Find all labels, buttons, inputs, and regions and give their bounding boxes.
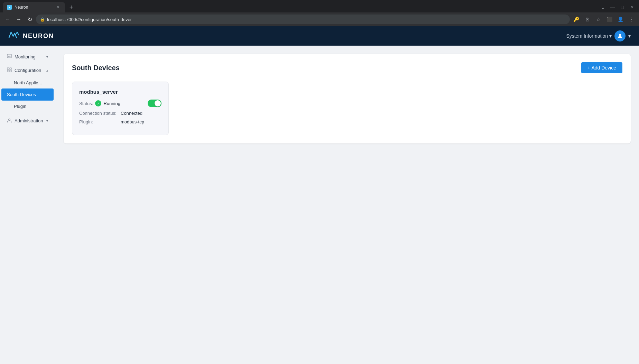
bookmark-icon[interactable]: ☆ <box>593 15 603 24</box>
content-card: South Devices + Add Device modbus_server… <box>64 54 631 143</box>
user-avatar[interactable] <box>614 30 626 41</box>
browser-chrome: ♦ Neuron × + ⌄ — □ × ← → ↻ 🔒 localhost:7… <box>0 0 639 26</box>
tab-bar: ♦ Neuron × + ⌄ — □ × <box>0 0 639 12</box>
address-bar[interactable]: 🔒 localhost:7000/#/configuration/south-d… <box>36 15 570 24</box>
plugin-label: Plugin <box>14 104 26 109</box>
svg-rect-5 <box>10 70 11 72</box>
logo-text: NEURON <box>23 32 54 40</box>
extensions-icon[interactable]: ⋮ <box>627 15 636 24</box>
app-wrapper: NEURON System Information ▾ ▾ <box>0 26 639 364</box>
address-bar-actions: 🔑 ⎘ ☆ ⬛ 👤 ⋮ <box>571 15 636 24</box>
connection-label: Connection status: <box>79 111 121 116</box>
window-controls: ⌄ — □ × <box>599 3 636 11</box>
plugin-value: modbus-tcp <box>121 119 144 124</box>
share-icon[interactable]: ⎘ <box>582 15 592 24</box>
tab-favicon: ♦ <box>7 5 12 10</box>
restore-button[interactable]: □ <box>618 3 627 11</box>
security-icon: 🔒 <box>40 17 45 22</box>
svg-rect-4 <box>7 70 9 72</box>
forward-button[interactable]: → <box>14 15 24 24</box>
device-name: modbus_server <box>79 89 161 95</box>
app-header: NEURON System Information ▾ ▾ <box>0 26 639 46</box>
sidebar-item-monitoring[interactable]: Monitoring ▾ <box>1 50 54 63</box>
password-icon: 🔑 <box>571 15 581 24</box>
page-header: South Devices + Add Device <box>72 62 622 73</box>
system-info-label: System Information <box>566 33 608 39</box>
svg-point-0 <box>619 34 621 36</box>
url-text: localhost:7000/#/configuration/south-dri… <box>47 17 132 22</box>
sidebar-item-north-applic[interactable]: North Applic… <box>1 77 54 88</box>
window-close-button[interactable]: × <box>628 3 636 11</box>
configuration-chevron: ▴ <box>46 68 48 72</box>
device-list: modbus_server Status: ✓ Running <box>72 82 622 135</box>
connection-value: Connected <box>121 111 142 116</box>
address-bar-row: ← → ↻ 🔒 localhost:7000/#/configuration/s… <box>0 12 639 26</box>
status-value: Running <box>103 101 120 106</box>
sidebar-item-plugin[interactable]: Plugin <box>1 101 54 112</box>
page-title: South Devices <box>72 64 120 72</box>
connection-field: Connection status: Connected <box>79 111 161 116</box>
svg-rect-3 <box>10 68 11 69</box>
reload-button[interactable]: ↻ <box>25 15 35 24</box>
active-tab[interactable]: ♦ Neuron × <box>3 2 65 12</box>
device-card: modbus_server Status: ✓ Running <box>72 82 169 135</box>
administration-label: Administration <box>15 118 44 123</box>
tab-title: Neuron <box>15 5 28 10</box>
south-devices-label: South Devices <box>7 92 48 97</box>
monitoring-icon <box>7 54 12 60</box>
configuration-label: Configuration <box>15 68 44 73</box>
status-check-icon: ✓ <box>95 100 101 106</box>
back-button[interactable]: ← <box>3 15 12 24</box>
device-toggle[interactable] <box>148 100 161 107</box>
logo-icon <box>8 30 19 42</box>
administration-icon <box>7 118 12 124</box>
north-applic-label: North Applic… <box>14 80 43 85</box>
page-content: South Devices + Add Device modbus_server… <box>55 46 639 364</box>
sidebar-item-south-devices[interactable]: South Devices <box>1 88 54 101</box>
media-router-icon[interactable]: ⬛ <box>604 15 614 24</box>
sidebar-item-configuration[interactable]: Configuration ▴ <box>1 64 54 77</box>
plugin-label: Plugin: <box>79 119 121 124</box>
sidebar: Monitoring ▾ Configuration ▴ Nor <box>0 46 55 364</box>
main-layout: Monitoring ▾ Configuration ▴ Nor <box>0 46 639 364</box>
status-row: Status: ✓ Running <box>79 100 161 107</box>
system-info-button[interactable]: System Information ▾ <box>566 33 612 39</box>
sidebar-item-administration[interactable]: Administration ▾ <box>1 114 54 127</box>
monitoring-label: Monitoring <box>15 54 44 59</box>
system-info-chevron: ▾ <box>609 33 612 39</box>
tab-close-button[interactable]: × <box>55 4 61 10</box>
header-right: System Information ▾ ▾ <box>566 30 631 41</box>
minimize-button[interactable]: — <box>609 3 617 11</box>
status-left: Status: ✓ Running <box>79 100 120 106</box>
plugin-field: Plugin: modbus-tcp <box>79 119 161 124</box>
add-device-button[interactable]: + Add Device <box>581 62 622 73</box>
new-tab-button[interactable]: + <box>66 2 76 12</box>
status-label: Status: <box>79 101 93 106</box>
svg-rect-1 <box>7 54 11 58</box>
configuration-icon <box>7 67 12 73</box>
svg-point-6 <box>9 119 10 121</box>
collapse-button[interactable]: ⌄ <box>599 3 607 11</box>
svg-rect-2 <box>7 68 9 69</box>
profile-icon[interactable]: 👤 <box>615 15 625 24</box>
app-logo: NEURON <box>8 30 54 42</box>
monitoring-chevron: ▾ <box>46 55 48 59</box>
user-dropdown-chevron[interactable]: ▾ <box>628 33 631 39</box>
administration-chevron: ▾ <box>46 119 48 123</box>
